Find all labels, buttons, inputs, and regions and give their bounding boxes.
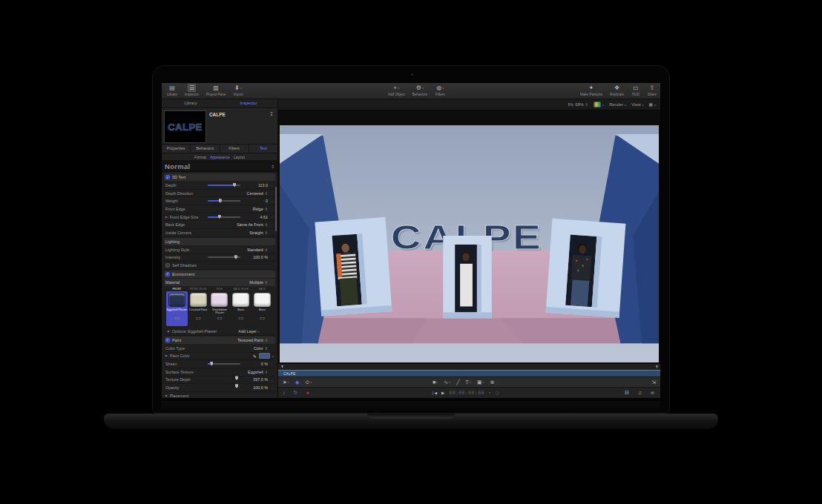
render-menu[interactable]: Render ˅	[609, 102, 626, 107]
slider-thumb[interactable]	[219, 199, 222, 203]
view-menu[interactable]: View ˅	[631, 102, 643, 107]
reset-icon[interactable]: ○	[270, 362, 274, 366]
toolbar-button-filters[interactable]: ◍˅Filters	[435, 84, 445, 96]
toolbar-button-replicate[interactable]: ❖Replicate	[610, 84, 624, 96]
checkbox-paint[interactable]: ✓	[165, 338, 170, 342]
toolbar-button-hud[interactable]: ▭HUD	[631, 84, 640, 96]
tool-link-playheads-icon[interactable]: ∞	[651, 390, 654, 395]
tool-mute-icon[interactable]: ♪	[283, 390, 286, 395]
subtab-appearance[interactable]: Appearance	[210, 155, 230, 159]
toolbar-button-share[interactable]: ⇧Share	[648, 84, 657, 96]
timeline-in-marker[interactable]	[281, 365, 283, 368]
link-icon[interactable]: ⊂⊃	[174, 316, 180, 320]
color-swatch[interactable]	[259, 353, 270, 359]
fit-zoom-control[interactable]: Fit: 68% ⇕	[568, 102, 588, 107]
tool-text-tool-icon[interactable]: T˅	[466, 379, 471, 385]
checkbox-environment[interactable]: ✓	[165, 272, 170, 276]
tool-walk-camera-tool-icon[interactable]: ⊙˅	[305, 379, 312, 385]
popup-paint[interactable]: Textured Paint⇕	[237, 338, 268, 342]
toolbar-button-behaviors[interactable]: ⚙˅Behaviors	[412, 84, 427, 96]
previous-frame-button[interactable]: ❘◀	[431, 391, 437, 395]
material-slot-tab-side[interactable]: SIDE	[209, 287, 231, 291]
popup-back-edge[interactable]: Same As Front⇕	[237, 222, 268, 227]
reset-icon[interactable]: ○	[270, 199, 274, 203]
toolbar-button-make-particles[interactable]: ✦Make Particles	[580, 84, 602, 96]
clock-icon[interactable]: ◷	[495, 390, 499, 395]
tool-bezier-tool-icon[interactable]: ∿˅	[444, 379, 450, 385]
style-preset-well[interactable]: Normal ⇕	[162, 161, 277, 172]
tool-adjust-3d-tool-icon[interactable]: ◆	[295, 379, 299, 385]
tool-cut-tool-icon[interactable]: ⊗	[490, 379, 495, 385]
color-channel-control[interactable]: ˅	[594, 102, 604, 107]
tab-filters[interactable]: Filters	[220, 145, 249, 153]
play-button[interactable]: ▶	[441, 391, 444, 395]
slider-thumb[interactable]	[234, 255, 237, 259]
reset-icon[interactable]: ○	[270, 378, 274, 382]
toolbar-button-import[interactable]: ⬇˅Import	[233, 84, 243, 96]
material-slot-tab-back-edge[interactable]: BACK EDGE	[230, 287, 251, 291]
disclosure-icon[interactable]: ▶	[165, 394, 168, 397]
slider-depth[interactable]	[208, 185, 240, 186]
checkbox-3d-text[interactable]: ✓	[165, 175, 170, 179]
subtab-layout[interactable]: Layout	[234, 155, 245, 159]
material-swatch-knockdown-plaster[interactable]: Knockdown Plaster⊂⊃	[209, 291, 231, 326]
tab-behaviors[interactable]: Behaviors	[191, 145, 220, 153]
reset-icon[interactable]: ○	[270, 256, 274, 259]
material-swatch-basic[interactable]: Basic⊂⊃	[230, 291, 251, 326]
subtab-format[interactable]: Format	[194, 155, 206, 159]
link-icon[interactable]: ⊂⊃	[260, 316, 266, 320]
slider-thumb[interactable]	[235, 384, 238, 388]
timecode-display[interactable]: 00:00:00:00	[449, 390, 484, 396]
timecode-menu-chevron-icon[interactable]: ˅	[489, 391, 490, 394]
pane-tab-library[interactable]: Library	[162, 99, 220, 107]
tool-line-tool-icon[interactable]: ╱	[456, 379, 459, 385]
popup-surface-texture[interactable]: Eggshell⇕	[248, 370, 268, 374]
slider-thumb[interactable]	[218, 215, 221, 219]
checkbox-self-shadows[interactable]	[165, 263, 170, 268]
disclosure-icon[interactable]: ▶	[165, 354, 168, 357]
tab-properties[interactable]: Properties	[162, 145, 191, 153]
slider-sheen[interactable]	[208, 363, 240, 365]
tool-timeline-view-icon[interactable]: ⊟	[625, 390, 629, 396]
disclosure-icon[interactable]: ▶	[165, 216, 168, 219]
material-swatch-basic[interactable]: Basic⊂⊃	[251, 291, 273, 326]
pane-tab-inspector[interactable]: Inspector	[220, 99, 277, 107]
tool-shape-tool-icon[interactable]: ■˅	[433, 379, 438, 385]
toolbar-button-project-pane[interactable]: ▥Project Pane	[206, 84, 226, 96]
object-preview-thumbnail[interactable]: CALPE	[164, 110, 206, 143]
tool-record-icon[interactable]: ●	[306, 390, 309, 395]
slider-thumb[interactable]	[210, 362, 213, 366]
link-icon[interactable]: ⊂⊃	[238, 316, 244, 320]
popup-lighting-style[interactable]: Standard⇕	[247, 248, 268, 252]
resize-handle-icon[interactable]: ⇲	[651, 379, 656, 385]
popup-material[interactable]: Multiple⇕	[249, 280, 268, 285]
material-swatch-cracked-paint[interactable]: Cracked Paint⊂⊃	[188, 291, 209, 326]
material-slot-tab-back[interactable]: BACK	[251, 287, 273, 291]
toolbar-button-inspector[interactable]: ☰Inspector	[185, 84, 199, 96]
pin-icon[interactable]: ↧	[269, 111, 274, 117]
layout-grid-icon[interactable]: ▦ ˅	[649, 102, 656, 107]
tool-audio-icon[interactable]: ♫	[638, 390, 642, 395]
eyedropper-icon[interactable]: ✎	[253, 354, 257, 359]
reset-icon[interactable]: ○	[270, 386, 274, 390]
popup-inside-corners[interactable]: Straight⇕	[249, 231, 268, 235]
popup-front-edge[interactable]: Ridge⇕	[253, 207, 268, 211]
timeline-out-marker[interactable]	[656, 365, 658, 368]
reset-icon[interactable]: ○	[270, 183, 274, 187]
toolbar-button-library[interactable]: ▤Library	[167, 84, 177, 96]
material-swatch-eggshell-plaster[interactable]: Eggshell Plaster⊂⊃	[166, 291, 188, 326]
popup-color-type[interactable]: Color⇕	[254, 346, 268, 351]
timeline-clip[interactable]: CALPE	[278, 370, 660, 377]
chevron-down-icon[interactable]: ˅	[272, 354, 274, 358]
inspector-scrollbar[interactable]	[275, 187, 277, 231]
reset-icon[interactable]: ○	[270, 215, 274, 219]
link-icon[interactable]: ⊂⊃	[195, 316, 201, 320]
slider-front-edge-size[interactable]	[208, 216, 240, 218]
tool-loop-icon[interactable]: ↻	[294, 390, 298, 396]
material-slot-tab-front-edge[interactable]: FRONT EDGE	[188, 287, 209, 291]
slider-intensity[interactable]	[208, 256, 240, 258]
toolbar-button-add-object[interactable]: +˅Add Object	[388, 84, 405, 96]
material-slot-tab-front[interactable]: FRONT	[166, 287, 188, 291]
canvas-viewport[interactable]: CALPE CALPE	[278, 110, 660, 363]
tool-mask-tool-icon[interactable]: ▣˅	[477, 379, 484, 385]
